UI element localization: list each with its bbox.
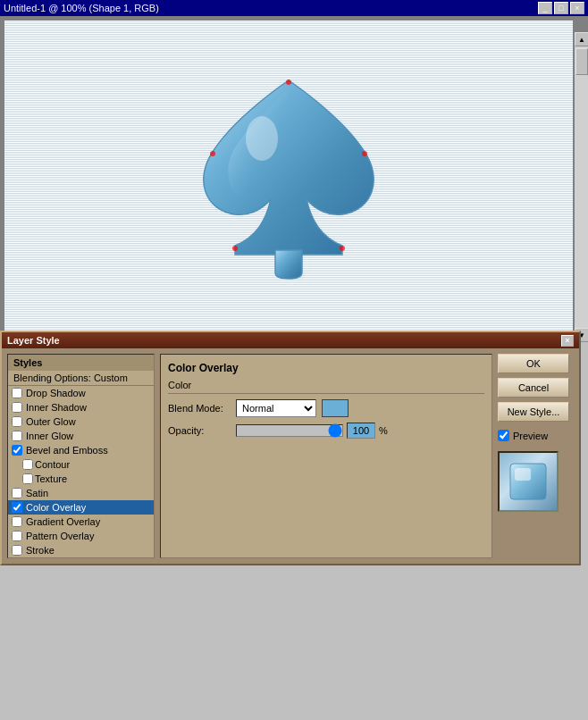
style-item-inner-glow[interactable]: Inner Glow xyxy=(8,429,154,443)
anchor-top xyxy=(286,80,291,85)
spade-svg xyxy=(186,71,391,286)
opacity-slider-container: 100 % xyxy=(236,423,484,439)
color-overlay-checkbox[interactable] xyxy=(12,502,22,513)
blending-options-item[interactable]: Blending Options: Custom xyxy=(8,371,154,386)
cancel-button[interactable]: Cancel xyxy=(498,378,569,398)
drop-shadow-label: Drop Shadow xyxy=(26,388,86,398)
texture-checkbox[interactable] xyxy=(22,473,33,484)
outer-glow-checkbox[interactable] xyxy=(12,416,22,427)
inner-shadow-checkbox[interactable] xyxy=(12,402,22,413)
svg-rect-1 xyxy=(515,468,531,481)
section-subtitle: Color xyxy=(168,380,484,394)
anchor-left xyxy=(210,151,215,156)
style-item-contour[interactable]: Contour xyxy=(8,457,154,472)
style-item-bevel-emboss[interactable]: Bevel and Emboss xyxy=(8,443,154,457)
dialog-close-button[interactable]: × xyxy=(561,335,574,347)
satin-checkbox[interactable] xyxy=(12,488,22,498)
styles-header[interactable]: Styles xyxy=(8,355,154,371)
canvas-area: ▲ ▼ xyxy=(0,16,588,342)
style-item-satin[interactable]: Satin xyxy=(8,486,154,500)
style-item-pattern-overlay[interactable]: Pattern Overlay xyxy=(8,529,154,543)
style-item-drop-shadow[interactable]: Drop Shadow xyxy=(8,386,154,400)
anchor-right xyxy=(362,151,367,156)
drop-shadow-checkbox[interactable] xyxy=(12,388,22,398)
dialog-title-bar: Layer Style × xyxy=(2,332,579,348)
preview-checkbox[interactable] xyxy=(498,430,509,441)
spade-stem xyxy=(275,250,302,279)
spade-shape-container xyxy=(186,71,391,288)
scroll-up-button[interactable]: ▲ xyxy=(575,32,588,46)
styles-panel: Styles Blending Options: Custom Drop Sha… xyxy=(7,354,155,558)
style-item-color-overlay[interactable]: Color Overlay xyxy=(8,500,154,515)
style-item-texture[interactable]: Texture xyxy=(8,472,154,486)
spade-bubble-highlight xyxy=(246,116,278,161)
anchor-br xyxy=(340,246,345,251)
inner-glow-checkbox[interactable] xyxy=(12,431,22,441)
title-bar-buttons: _ □ × xyxy=(538,2,584,14)
content-area: Color Overlay Color Blend Mode: Normal D… xyxy=(160,354,492,558)
scroll-track xyxy=(575,46,588,328)
style-item-stroke[interactable]: Stroke xyxy=(8,543,154,557)
section-title: Color Overlay xyxy=(168,362,484,374)
stroke-checkbox[interactable] xyxy=(12,545,22,556)
preview-checkbox-row: Preview xyxy=(498,430,574,441)
style-item-inner-shadow[interactable]: Inner Shadow xyxy=(8,400,154,414)
dialog-title-label: Layer Style xyxy=(7,335,60,346)
contour-label: Contour xyxy=(35,459,70,470)
color-swatch[interactable] xyxy=(322,399,349,417)
minimize-button[interactable]: _ xyxy=(538,2,552,14)
maximize-button[interactable]: □ xyxy=(554,2,568,14)
buttons-panel: OK Cancel New Style... Preview xyxy=(498,354,574,558)
preview-box xyxy=(498,451,559,512)
inner-shadow-label: Inner Shadow xyxy=(26,402,87,413)
opacity-slider[interactable] xyxy=(236,424,343,437)
dialog-body: Styles Blending Options: Custom Drop Sha… xyxy=(2,348,579,564)
anchor-bl xyxy=(232,246,238,251)
preview-label: Preview xyxy=(513,431,548,441)
inner-glow-label: Inner Glow xyxy=(26,431,73,441)
bevel-emboss-label: Bevel and Emboss xyxy=(26,445,108,456)
style-item-gradient-overlay[interactable]: Gradient Overlay xyxy=(8,515,154,529)
gradient-overlay-checkbox[interactable] xyxy=(12,516,22,527)
pattern-overlay-checkbox[interactable] xyxy=(12,531,22,541)
blend-mode-select[interactable]: Normal Dissolve Multiply Screen xyxy=(236,399,316,417)
layer-style-dialog: Layer Style × Styles Blending Options: C… xyxy=(0,331,581,565)
ok-button[interactable]: OK xyxy=(498,354,569,373)
outer-glow-label: Outer Glow xyxy=(26,416,76,427)
preview-svg xyxy=(506,459,550,504)
blend-mode-label: Blend Mode: xyxy=(168,403,231,414)
scroll-thumb[interactable] xyxy=(575,48,588,75)
new-style-button[interactable]: New Style... xyxy=(498,402,569,422)
gradient-overlay-label: Gradient Overlay xyxy=(26,516,100,527)
pattern-overlay-label: Pattern Overlay xyxy=(26,531,94,541)
close-window-button[interactable]: × xyxy=(570,2,584,14)
opacity-label: Opacity: xyxy=(168,425,231,436)
contour-checkbox[interactable] xyxy=(22,459,33,470)
canvas-inner xyxy=(4,21,573,338)
opacity-value[interactable]: 100 xyxy=(347,423,375,439)
percent-label: % xyxy=(379,425,388,436)
satin-label: Satin xyxy=(26,488,48,498)
title-bar: Untitled-1 @ 100% (Shape 1, RGB) _ □ × xyxy=(0,0,588,16)
texture-label: Texture xyxy=(35,473,67,484)
blend-mode-row: Blend Mode: Normal Dissolve Multiply Scr… xyxy=(168,399,484,417)
color-overlay-label: Color Overlay xyxy=(26,502,86,513)
canvas-scrollbar[interactable]: ▲ ▼ xyxy=(574,32,588,342)
opacity-row: Opacity: 100 % xyxy=(168,423,484,439)
style-item-outer-glow[interactable]: Outer Glow xyxy=(8,414,154,429)
stroke-label: Stroke xyxy=(26,545,55,556)
bevel-emboss-checkbox[interactable] xyxy=(12,445,22,456)
window-title: Untitled-1 @ 100% (Shape 1, RGB) xyxy=(4,3,159,13)
